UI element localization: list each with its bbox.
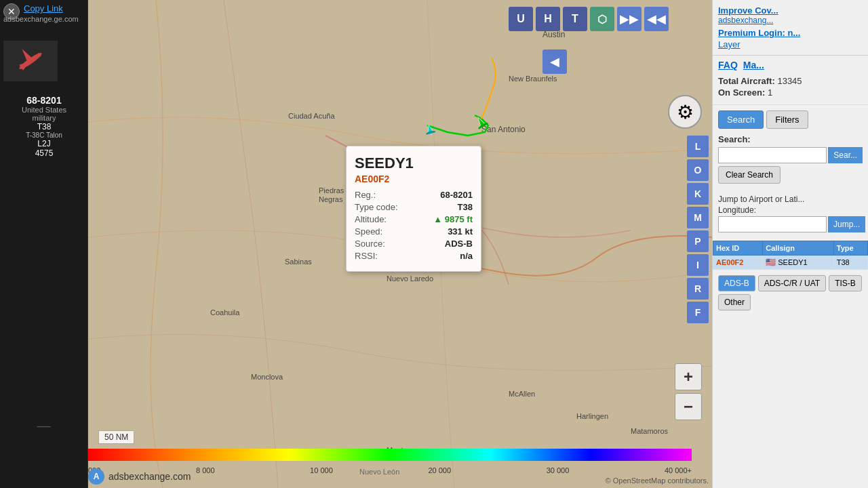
side-btn-m[interactable]: M xyxy=(687,207,709,228)
zoom-in-button[interactable]: + xyxy=(675,363,702,390)
aircraft-squawk: L2J xyxy=(3,139,85,148)
svg-text:Harlingen: Harlingen xyxy=(576,412,608,420)
search-section: Search: Sear... Clear Search xyxy=(713,134,868,195)
svg-text:Ciudad Acuña: Ciudad Acuña xyxy=(288,112,335,120)
col-callsign[interactable]: Callsign xyxy=(763,241,834,256)
source-tisb-button[interactable]: TIS-B xyxy=(829,275,862,291)
svg-text:Sabinas: Sabinas xyxy=(285,258,312,266)
svg-text:Negras: Negras xyxy=(319,195,343,203)
popup-alt-row: Altitude: ▲ 9875 ft xyxy=(355,214,473,224)
jump-input-row: Jump... xyxy=(718,216,863,232)
zoom-out-button[interactable]: − xyxy=(675,393,702,420)
longitude-label: Longitude: xyxy=(718,205,863,215)
scale-indicator: 50 NM xyxy=(98,430,134,444)
right-sidebar: Improve Cov... adsbexchang... Premium Lo… xyxy=(712,0,868,488)
svg-text:Matamoros: Matamoros xyxy=(631,427,669,435)
popup-source-value: ADS-B xyxy=(445,239,473,249)
left-sidebar: ✕ Copy Link adsbexchange.ge.com 68-8201 … xyxy=(0,0,88,488)
cell-type: T38 xyxy=(833,256,867,270)
popup-rssi-row: RSSI: n/a xyxy=(355,251,473,261)
color-label-4: 30 000 xyxy=(547,466,570,474)
toolbar-h-button[interactable]: H xyxy=(536,7,560,31)
aircraft-reg: 68-8201 xyxy=(3,95,85,106)
total-aircraft-value: 13345 xyxy=(777,76,802,86)
svg-text:Austin: Austin xyxy=(542,30,565,39)
popup-type-value: T38 xyxy=(458,202,473,212)
toolbar-u-button[interactable]: U xyxy=(509,7,533,31)
map-link[interactable]: Ma... xyxy=(743,60,764,70)
source-filters: ADS-B ADS-C/R / UAT TIS-B Other xyxy=(713,270,868,316)
aircraft-details: 68-8201 United States military T38 T-38C… xyxy=(3,95,85,158)
popup-source-row: Source: ADS-B xyxy=(355,239,473,249)
svg-text:Nuevo Laredo: Nuevo Laredo xyxy=(387,274,433,283)
side-btn-i[interactable]: I xyxy=(687,254,709,276)
side-btn-l[interactable]: L xyxy=(687,136,709,157)
adsb-exchange-link[interactable]: adsbexchang... xyxy=(718,16,863,25)
on-screen-stat: On Screen: 1 xyxy=(718,87,863,98)
aircraft-service: military xyxy=(3,114,85,122)
side-btn-o[interactable]: O xyxy=(687,159,709,181)
search-filter-tabs: Search Filters xyxy=(713,105,868,134)
jump-button[interactable]: Jump... xyxy=(828,216,865,232)
source-other-button[interactable]: Other xyxy=(718,294,751,310)
aircraft-type-code: T38 xyxy=(3,122,85,131)
side-btn-p[interactable]: P xyxy=(687,230,709,252)
aircraft-popup: SEEDY1 AE00F2 Reg.: 68-8201 Type code: T… xyxy=(346,146,481,272)
color-label-5: 40 000+ xyxy=(665,466,692,474)
svg-text:Coahuila: Coahuila xyxy=(210,308,240,317)
color-label-2: 10 000 xyxy=(310,466,333,474)
popup-rssi-value: n/a xyxy=(460,251,473,261)
map-toolbar: U H T ⬡ ▶▶ ◀◀ xyxy=(88,7,669,31)
improve-coverage-link[interactable]: Improve Cov... xyxy=(718,5,863,16)
map-side-buttons: L O K M P I R F xyxy=(687,136,709,323)
side-btn-k[interactable]: K xyxy=(687,183,709,205)
toolbar-forward-button[interactable]: ▶▶ xyxy=(617,7,642,31)
col-hex-id[interactable]: Hex ID xyxy=(713,241,763,256)
adsb-logo-icon: A xyxy=(88,468,104,485)
source-adsb-button[interactable]: ADS-B xyxy=(718,275,755,291)
map-back-button[interactable]: ◀ xyxy=(542,49,567,74)
tab-search[interactable]: Search xyxy=(718,110,764,129)
premium-login-link[interactable]: Premium Login: n... xyxy=(718,28,863,38)
svg-text:Monclova: Monclova xyxy=(251,373,283,381)
color-label-3: 20 000 xyxy=(428,466,451,474)
right-header: Improve Cov... adsbexchang... Premium Lo… xyxy=(713,0,868,56)
on-screen-label: On Screen: xyxy=(718,87,765,98)
toolbar-back-button[interactable]: ◀◀ xyxy=(644,7,669,31)
popup-rssi-label: RSSI: xyxy=(355,251,378,261)
adsb-logo: A adsbexchange.com xyxy=(88,468,191,485)
source-adsc-button[interactable]: ADS-C/R / UAT xyxy=(758,275,826,291)
popup-alt-value: ▲ 9875 ft xyxy=(433,214,473,224)
color-label-1: 8 000 xyxy=(196,466,215,474)
layer-link[interactable]: Layer xyxy=(718,39,863,49)
popup-alt-label: Altitude: xyxy=(355,214,387,224)
aircraft-type-full: T-38C Talon xyxy=(3,131,85,139)
jump-input[interactable] xyxy=(718,216,827,232)
popup-speed-value: 331 kt xyxy=(448,226,473,237)
total-aircraft-label: Total Aircraft: xyxy=(718,76,775,86)
popup-callsign: SEEDY1 xyxy=(355,155,473,172)
aircraft-num: 4575 xyxy=(3,148,85,158)
side-btn-r[interactable]: R xyxy=(687,278,709,300)
table-row[interactable]: AE00F2 🇺🇸 SEEDY1 T38 xyxy=(713,256,868,270)
search-go-button[interactable]: Sear... xyxy=(828,147,863,163)
clear-search-button[interactable]: Clear Search xyxy=(718,166,781,184)
copy-link[interactable]: Copy Link xyxy=(24,3,63,14)
aircraft-table: Hex ID Callsign Type AE00F2 🇺🇸 SEEDY1 T3… xyxy=(713,241,868,270)
search-label: Search: xyxy=(718,134,863,144)
toolbar-layers-button[interactable]: ⬡ xyxy=(590,7,614,31)
popup-source-label: Source: xyxy=(355,239,385,249)
side-btn-f[interactable]: F xyxy=(687,302,709,323)
col-type[interactable]: Type xyxy=(833,241,867,256)
aircraft-image xyxy=(3,41,58,81)
search-input[interactable] xyxy=(718,147,827,163)
cell-hex: AE00F2 xyxy=(713,256,763,270)
faq-link[interactable]: FAQ xyxy=(718,60,738,70)
settings-gear-button[interactable]: ⚙ xyxy=(668,95,702,129)
popup-speed-row: Speed: 331 kt xyxy=(355,226,473,237)
zoom-controls: + − xyxy=(675,363,702,420)
popup-reg-row: Reg.: 68-8201 xyxy=(355,190,473,200)
tab-filters[interactable]: Filters xyxy=(766,110,808,129)
toolbar-t-button[interactable]: T xyxy=(563,7,587,31)
popup-type-label: Type code: xyxy=(355,202,398,212)
